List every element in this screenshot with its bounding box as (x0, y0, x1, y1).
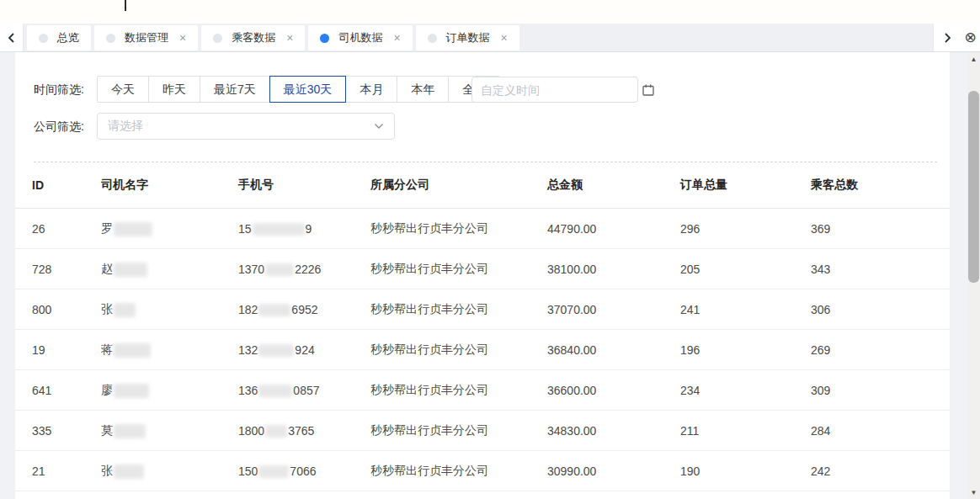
phone-suffix: 9 (306, 222, 312, 236)
tab-item-4[interactable]: 订单数据× (416, 25, 519, 50)
vertical-scrollbar[interactable]: ▲ ▼ (967, 52, 980, 499)
phone-suffix: 7066 (290, 464, 316, 478)
cell-passenger-count: 369 (811, 222, 933, 236)
tab-close-icon[interactable]: × (286, 32, 293, 44)
cell-id: 26 (32, 222, 101, 236)
tab-list: 总览数据管理×乘客数据×司机数据×订单数据× (27, 25, 519, 50)
time-filter-option-5[interactable]: 本年 (397, 76, 449, 103)
cell-phone: 132924 (238, 343, 370, 357)
tab-item-3[interactable]: 司机数据× (308, 25, 412, 50)
phone-suffix: 6952 (291, 303, 317, 316)
driver-surname: 张 (101, 302, 113, 316)
cell-driver-name: 廖 (101, 383, 238, 398)
driver-surname: 廖 (101, 383, 113, 396)
table-row: 21张1507066秒秒帮出行贞丰分公司30990.00190242 (15, 451, 950, 491)
scrollbar-up-arrow[interactable]: ▲ (967, 52, 980, 66)
phone-suffix: 0857 (293, 384, 319, 397)
cell-company: 秒秒帮出行贞丰分公司 (370, 262, 547, 277)
content-card: 时间筛选: 今天昨天最近7天最近30天本月本年全部 公司筛选: 请选择 (15, 52, 950, 499)
cell-phone: 1507066 (238, 464, 370, 478)
time-filter-option-1[interactable]: 昨天 (148, 76, 200, 103)
close-circle-icon: ⊗ (964, 29, 976, 46)
phone-prefix: 182 (238, 303, 258, 316)
time-filter-option-0[interactable]: 今天 (97, 76, 149, 103)
app-window: 总览数据管理×乘客数据×司机数据×订单数据× ⊗ 时间筛选: 今天昨天最近7天最… (0, 0, 980, 499)
cell-passenger-count: 343 (811, 263, 933, 276)
column-header-3: 所属分公司 (370, 178, 547, 193)
cell-phone: 1360857 (238, 384, 370, 397)
cell-total-amount: 37070.00 (547, 303, 680, 316)
cell-driver-name: 赵 (101, 262, 238, 277)
custom-date-input[interactable] (472, 83, 642, 97)
tab-item-2[interactable]: 乘客数据× (201, 25, 305, 50)
column-header-6: 乘客总数 (811, 178, 933, 193)
table-body: 26罗159秒秒帮出行贞丰分公司44790.00296369728赵137022… (15, 209, 950, 491)
cell-driver-name: 张 (101, 464, 238, 479)
table-row: 26罗159秒秒帮出行贞丰分公司44790.00296369 (15, 209, 950, 249)
close-all-tabs-button[interactable]: ⊗ (961, 24, 980, 51)
cell-passenger-count: 284 (811, 424, 933, 438)
tab-label: 订单数据 (446, 30, 490, 45)
scrollbar-thumb[interactable] (968, 91, 979, 283)
cell-total-amount: 36840.00 (547, 343, 680, 357)
custom-date-picker[interactable] (471, 77, 638, 103)
tab-status-dot (428, 34, 437, 43)
tabs-scroll-left-button[interactable] (0, 24, 24, 51)
cell-order-count: 296 (680, 222, 811, 236)
time-filter-option-3[interactable]: 最近30天 (269, 76, 347, 103)
column-header-5: 订单总量 (680, 178, 811, 193)
phone-prefix: 132 (238, 343, 258, 357)
driver-surname: 罗 (101, 221, 113, 235)
tab-bar: 总览数据管理×乘客数据×司机数据×订单数据× ⊗ (0, 24, 980, 52)
cell-order-count: 205 (680, 263, 811, 276)
tab-status-dot (106, 34, 115, 43)
tab-status-dot (39, 34, 48, 43)
tab-label: 总览 (57, 30, 79, 45)
cell-passenger-count: 242 (811, 464, 933, 478)
tab-item-0[interactable]: 总览 (27, 25, 91, 50)
company-select[interactable]: 请选择 (97, 113, 395, 140)
driver-surname: 张 (101, 464, 113, 477)
tab-close-icon[interactable]: × (393, 32, 400, 44)
redacted-blur (114, 384, 149, 398)
table-row: 728赵13702226秒秒帮出行贞丰分公司38100.00205343 (15, 249, 950, 289)
scrollbar-down-arrow[interactable]: ▼ (967, 486, 980, 499)
tab-close-icon[interactable]: × (179, 32, 186, 44)
redacted-blur (258, 465, 289, 478)
cell-order-count: 241 (680, 303, 811, 316)
cell-passenger-count: 269 (811, 343, 933, 357)
redacted-blur (114, 343, 151, 358)
phone-prefix: 136 (238, 384, 258, 397)
cell-id: 19 (32, 343, 101, 357)
column-header-0: ID (32, 178, 101, 192)
time-filter-option-2[interactable]: 最近7天 (200, 76, 270, 103)
cell-phone: 18003765 (238, 424, 370, 438)
cell-company: 秒秒帮出行贞丰分公司 (370, 423, 547, 438)
redacted-blur (265, 425, 287, 438)
time-filter-label: 时间筛选: (34, 76, 84, 103)
tab-label: 司机数据 (338, 30, 382, 45)
chevron-right-icon (944, 33, 951, 43)
cell-order-count: 234 (680, 384, 811, 397)
phone-suffix: 2226 (295, 263, 321, 276)
tab-close-icon[interactable]: × (501, 32, 508, 44)
cell-order-count: 211 (680, 424, 811, 438)
cell-company: 秒秒帮出行贞丰分公司 (370, 383, 547, 398)
table-row: 19蒋132924秒秒帮出行贞丰分公司36840.00196269 (15, 330, 950, 370)
cell-company: 秒秒帮出行贞丰分公司 (370, 221, 547, 236)
redacted-blur (114, 263, 147, 277)
table-row: 641廖1360857秒秒帮出行贞丰分公司36600.00234309 (15, 370, 950, 411)
tab-label: 乘客数据 (232, 30, 275, 45)
drivers-table: ID司机名字手机号所属分公司总金额订单总量乘客总数 26罗159秒秒帮出行贞丰分… (15, 162, 950, 491)
cell-driver-name: 罗 (101, 221, 238, 236)
cell-total-amount: 38100.00 (547, 263, 680, 276)
cell-order-count: 190 (680, 464, 811, 478)
time-filter-option-4[interactable]: 本月 (345, 76, 397, 103)
cell-company: 秒秒帮出行贞丰分公司 (370, 302, 547, 317)
tabs-scroll-right-button[interactable] (933, 24, 961, 51)
phone-prefix: 150 (238, 464, 258, 478)
cell-phone: 159 (238, 222, 370, 236)
calendar-icon (642, 83, 655, 97)
tab-item-1[interactable]: 数据管理× (94, 25, 198, 50)
driver-surname: 蒋 (101, 342, 113, 356)
